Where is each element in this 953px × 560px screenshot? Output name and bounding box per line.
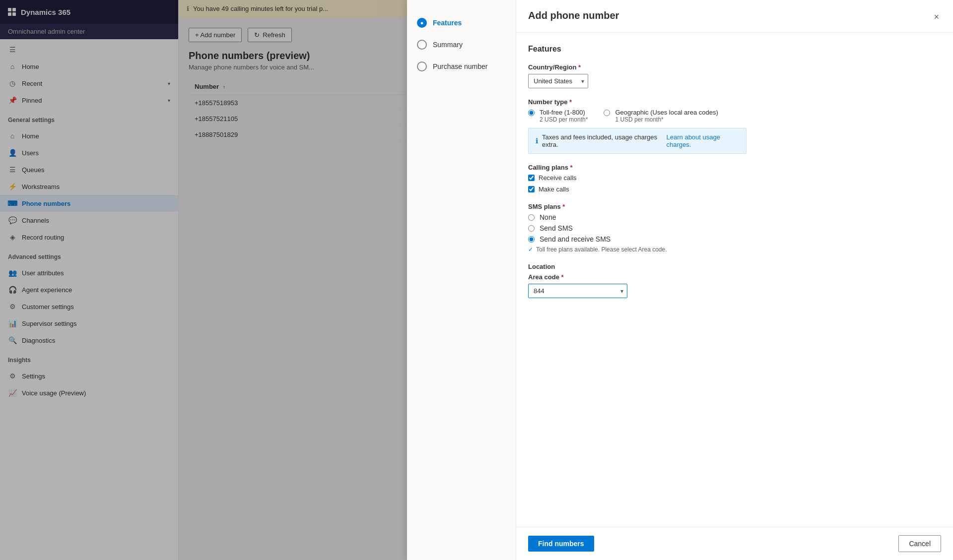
radio-geographic[interactable]: Geographic (Uses local area codes) 1 USD… [604,109,718,123]
sms-send-receive-label: Send and receive SMS [540,235,611,243]
sms-notice: ✓ Toll free plans available. Please sele… [528,246,941,253]
info-link[interactable]: Learn about usage charges. [667,133,739,148]
required-marker: * [561,203,565,210]
area-code-group: Area code * 844 ▾ [528,273,941,298]
add-phone-number-panel: ● Features Summary Purchase number Add p… [407,0,953,560]
panel-footer: Find numbers Cancel [516,527,953,560]
step-summary[interactable]: Summary [407,34,516,56]
number-type-group: Number type * Toll-free (1-800) 2 USD pe… [528,98,941,154]
radio-geographic-text: Geographic (Uses local area codes) 1 USD… [615,109,718,123]
required-marker: * [559,273,564,281]
geographic-label: Geographic (Uses local area codes) [615,109,718,116]
receive-calls-label: Receive calls [539,174,577,182]
step-circle-purchase [417,62,427,71]
radio-sms-send-receive[interactable]: Send and receive SMS [528,235,941,243]
radio-sms-send[interactable]: Send SMS [528,224,941,232]
make-calls-label: Make calls [539,186,569,193]
calling-plans-group: Calling plans * Receive calls Make calls [528,164,941,193]
sms-send-input[interactable] [528,225,535,232]
form-section-title: Features [528,45,941,54]
area-code-select[interactable]: 844 [528,284,627,298]
checkbox-receive-calls[interactable]: Receive calls [528,174,941,182]
radio-sms-none[interactable]: None [528,213,941,221]
step-label-purchase: Purchase number [433,62,488,70]
sms-send-receive-input[interactable] [528,236,535,243]
toll-free-sub: 2 USD per month* [540,116,588,123]
receive-calls-checkbox[interactable] [528,175,535,181]
radio-toll-free[interactable]: Toll-free (1-800) 2 USD per month* [528,109,588,123]
close-button[interactable]: × [932,10,941,24]
country-region-select[interactable]: United States [528,74,588,88]
number-type-radio-group: Toll-free (1-800) 2 USD per month* Geogr… [528,109,941,123]
cancel-button[interactable]: Cancel [898,535,941,552]
required-marker: * [577,63,581,71]
step-circle-summary [417,40,427,50]
panel-content: Features Country/Region * United States … [516,33,953,527]
geographic-sub: 1 USD per month* [615,116,718,123]
calling-plans-label: Calling plans * [528,164,941,171]
step-features[interactable]: ● Features [407,12,516,34]
required-marker: * [568,164,573,171]
step-label-summary: Summary [433,41,463,49]
required-marker: * [567,98,572,106]
make-calls-checkbox[interactable] [528,186,535,192]
panel-title: Add phone number [528,10,619,21]
step-circle-features: ● [417,18,427,28]
country-region-group: Country/Region * United States ▾ [528,63,941,88]
sms-none-input[interactable] [528,214,535,221]
country-region-wrapper: United States ▾ [528,74,588,88]
sms-plans-group: SMS plans * None Send SMS Send and recei… [528,203,941,253]
panel-main: Add phone number × Features Country/Regi… [516,0,953,560]
info-text: Taxes and fees included, usage charges e… [542,133,663,148]
toll-free-label: Toll-free (1-800) [540,109,588,116]
radio-toll-free-input[interactable] [528,110,535,116]
find-numbers-button[interactable]: Find numbers [528,536,594,552]
checkbox-make-calls[interactable]: Make calls [528,186,941,193]
info-icon: ℹ [536,137,538,145]
radio-geographic-input[interactable] [604,110,610,116]
country-region-label: Country/Region * [528,63,941,71]
panel-header: Add phone number × [516,0,953,33]
info-banner: ℹ Taxes and fees included, usage charges… [528,128,747,154]
sms-none-label: None [540,213,556,221]
steps-sidebar: ● Features Summary Purchase number [407,0,516,560]
radio-toll-free-text: Toll-free (1-800) 2 USD per month* [540,109,588,123]
step-label-features: Features [433,19,462,27]
number-type-label: Number type * [528,98,941,106]
step-purchase-number[interactable]: Purchase number [407,56,516,77]
check-icon: ✓ [528,246,533,253]
calling-plans-checkboxes: Receive calls Make calls [528,174,941,193]
area-code-wrapper: 844 ▾ [528,284,627,298]
area-code-label: Area code * [528,273,941,281]
location-label: Location [528,263,941,270]
sms-plans-label: SMS plans * [528,203,941,210]
sms-plans-radio-group: None Send SMS Send and receive SMS [528,213,941,243]
location-group: Location Area code * 844 ▾ [528,263,941,298]
sms-send-label: Send SMS [540,224,573,232]
sms-notice-text: Toll free plans available. Please select… [536,246,667,253]
